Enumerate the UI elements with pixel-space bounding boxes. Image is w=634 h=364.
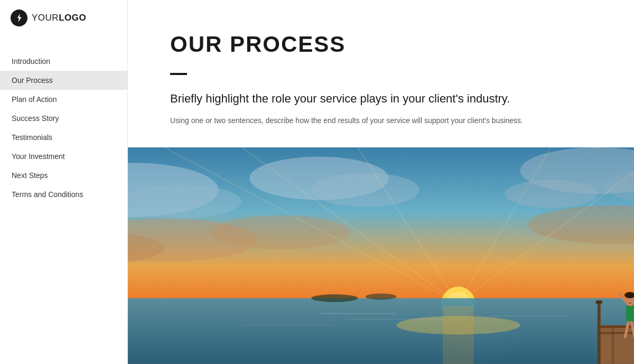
nav-link-your-investment[interactable]: Your Investment bbox=[0, 147, 127, 166]
nav-link-next-steps[interactable]: Next Steps bbox=[0, 166, 127, 185]
nav-item-terms-and-conditions[interactable]: Terms and Conditions bbox=[0, 185, 127, 204]
divider-bar bbox=[170, 73, 187, 75]
svg-marker-0 bbox=[17, 14, 22, 22]
logo-area: YOURLOGO bbox=[0, 0, 127, 36]
logo-your: YOUR bbox=[32, 13, 59, 23]
svg-point-30 bbox=[311, 294, 358, 302]
svg-rect-32 bbox=[598, 325, 634, 364]
nav-item-plan-of-action[interactable]: Plan of Action bbox=[0, 90, 127, 109]
logo-text: YOURLOGO bbox=[32, 13, 86, 23]
nav-item-testimonials[interactable]: Testimonials bbox=[0, 128, 127, 147]
sidebar: YOURLOGO Introduction Our Process Plan o… bbox=[0, 0, 128, 364]
nav-item-next-steps[interactable]: Next Steps bbox=[0, 166, 127, 185]
lightning-bolt-icon bbox=[15, 14, 23, 22]
main-content: OUR PROCESS Briefly highlight the role y… bbox=[128, 0, 634, 364]
nav-link-testimonials[interactable]: Testimonials bbox=[0, 128, 127, 147]
svg-rect-23 bbox=[128, 298, 634, 364]
svg-point-12 bbox=[505, 180, 598, 208]
svg-rect-25 bbox=[443, 306, 474, 364]
logo-bold: LOGO bbox=[59, 13, 86, 23]
svg-rect-59 bbox=[596, 301, 602, 304]
nav-item-your-investment[interactable]: Your Investment bbox=[0, 147, 127, 166]
svg-rect-58 bbox=[598, 302, 601, 364]
subtext: Using one or two sentences, describe how… bbox=[170, 115, 529, 126]
svg-point-31 bbox=[366, 294, 397, 300]
nav-link-plan-of-action[interactable]: Plan of Action bbox=[0, 90, 127, 109]
page-title: OUR PROCESS bbox=[170, 32, 592, 57]
nav-item-our-process[interactable]: Our Process bbox=[0, 71, 127, 90]
hero-image bbox=[128, 147, 634, 364]
nav-link-terms-and-conditions[interactable]: Terms and Conditions bbox=[0, 185, 127, 204]
content-top: OUR PROCESS Briefly highlight the role y… bbox=[128, 0, 634, 147]
nav-link-our-process[interactable]: Our Process bbox=[0, 71, 127, 90]
nav-item-introduction[interactable]: Introduction bbox=[0, 52, 127, 71]
svg-rect-57 bbox=[626, 306, 634, 321]
nav-link-success-story[interactable]: Success Story bbox=[0, 109, 127, 128]
logo-icon bbox=[11, 10, 27, 26]
hero-svg bbox=[128, 147, 634, 364]
svg-point-9 bbox=[311, 173, 419, 207]
nav-item-success-story[interactable]: Success Story bbox=[0, 109, 127, 128]
nav-link-introduction[interactable]: Introduction bbox=[0, 52, 127, 71]
svg-point-15 bbox=[211, 216, 350, 249]
headline-text: Briefly highlight the role your service … bbox=[170, 91, 592, 107]
nav-list: Introduction Our Process Plan of Action … bbox=[0, 52, 127, 364]
